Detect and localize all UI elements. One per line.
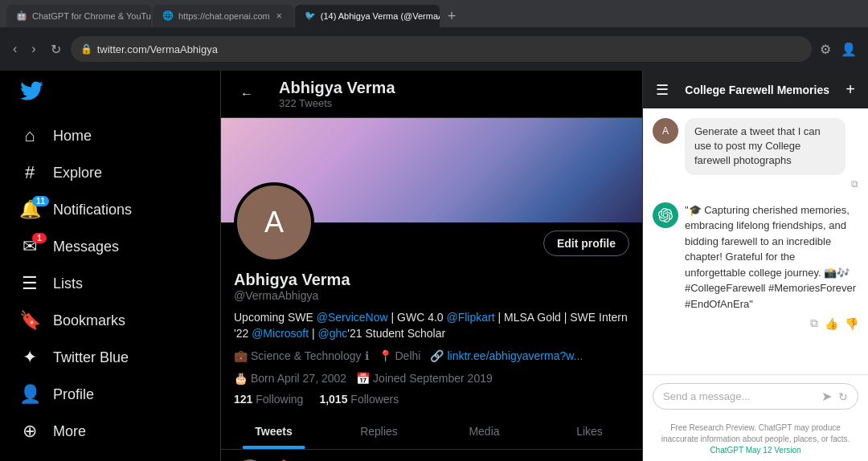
chatgpt-title: College Farewell Memories <box>677 84 837 96</box>
sidebar-item-more[interactable]: ⊕ More <box>10 413 211 450</box>
thumbs-down-button[interactable]: 👎 <box>845 316 858 330</box>
lists-icon: ☰ <box>19 273 40 294</box>
chat-user-message: A Generate a tweet that I can use to pos… <box>653 118 858 190</box>
back-button[interactable]: ‹ <box>8 39 22 59</box>
bio-link-flipkart[interactable]: @Flipkart <box>446 311 494 324</box>
tab-label-2: https://chat.openai.com <box>178 11 270 21</box>
sidebar-label-explore: Explore <box>53 165 102 182</box>
profile-avatar: A <box>234 182 314 263</box>
thumbs-up-button[interactable]: 👍 <box>825 316 838 330</box>
browser-tabs: 🤖 ChatGPT for Chrome & YouTu... × 🌐 http… <box>0 0 868 27</box>
sidebar-label-profile: Profile <box>53 386 94 403</box>
bio-link-ghc[interactable]: @ghc <box>318 327 348 340</box>
main-area: ⌂ Home # Explore 🔔 Notifications 11 ✉ Me… <box>0 71 868 461</box>
browser-chrome: 🤖 ChatGPT for Chrome & YouTu... × 🌐 http… <box>0 0 868 71</box>
sidebar-item-messages[interactable]: ✉ Messages 1 <box>10 228 211 265</box>
back-to-feed-button[interactable]: ← <box>234 81 260 107</box>
meta-born: 🎂 Born April 27, 2002 <box>234 372 346 385</box>
sidebar-label-notifications: Notifications <box>53 202 132 218</box>
bio-link-microsoft[interactable]: @Microsoft <box>252 327 309 340</box>
sidebar-item-explore[interactable]: # Explore <box>10 154 211 191</box>
tab-label-3: (14) Abhigya Verma (@VermaAb... <box>321 11 440 21</box>
copy-icon-user[interactable]: ⧉ <box>851 178 858 190</box>
profile-tabs: Tweets Replies Media Likes <box>221 414 642 450</box>
profile-bio: Upcoming SWE @ServiceNow | GWC 4.0 @Flip… <box>234 310 629 341</box>
sidebar-label-messages: Messages <box>53 239 119 255</box>
address-bar[interactable]: 🔒 twitter.com/VermaAbhigya <box>71 36 812 62</box>
tab-favicon-2: 🌐 <box>162 10 174 22</box>
category-icon: 💼 <box>234 349 248 362</box>
meta-website[interactable]: 🔗 linktr.ee/abhigyaverma?w... <box>430 349 583 362</box>
pinned-tweet: A 📌 Pinned Tweet Abhigya Verma · @VermaA… <box>221 450 642 461</box>
forward-button[interactable]: › <box>27 39 40 59</box>
chatgpt-refresh-button[interactable]: ↻ <box>838 390 848 403</box>
profile-icon: 👤 <box>19 384 40 405</box>
chatgpt-input-area: ➤ ↻ <box>643 374 868 418</box>
followers-stat[interactable]: 1,015 Followers <box>319 393 399 406</box>
chatgpt-ai-icon <box>653 202 678 228</box>
tab-media[interactable]: Media <box>432 414 537 449</box>
link-icon: 🔗 <box>430 349 444 362</box>
profile-meta: 💼 Science & Technology ℹ 📍 Delhi 🔗 linkt… <box>234 349 629 385</box>
twitter-sidebar: ⌂ Home # Explore 🔔 Notifications 11 ✉ Me… <box>0 71 221 461</box>
sidebar-item-twitter-blue[interactable]: ✦ Twitter Blue <box>10 339 211 376</box>
chatgpt-menu-button[interactable]: ☰ <box>656 81 669 99</box>
meta-joined: 📅 Joined September 2019 <box>356 372 493 385</box>
bio-link-servicenow[interactable]: @ServiceNow <box>317 311 388 324</box>
extensions-button[interactable]: ⚙ <box>817 39 834 60</box>
sidebar-item-notifications[interactable]: 🔔 Notifications 11 <box>10 191 211 228</box>
sidebar-item-lists[interactable]: ☰ Lists <box>10 265 211 302</box>
profile-stats: 121 Following 1,015 Followers <box>234 393 629 406</box>
refresh-button[interactable]: ↻ <box>46 39 66 60</box>
tab-likes[interactable]: Likes <box>537 414 642 449</box>
profile-header-tweet-count: 322 Tweets <box>279 97 395 109</box>
copy-user-message: ⧉ <box>653 178 858 190</box>
messages-badge: 1 <box>32 233 47 243</box>
chatgpt-new-chat-button[interactable]: + <box>845 80 855 99</box>
chatgpt-messages: A Generate a tweet that I can use to pos… <box>643 108 868 374</box>
sidebar-label-more: More <box>53 423 86 440</box>
browser-actions: ⚙ 👤 <box>817 39 860 60</box>
tab-close-2[interactable]: × <box>275 9 284 23</box>
explore-icon: # <box>19 162 40 183</box>
birthday-icon: 🎂 <box>234 372 248 385</box>
meta-category: 💼 Science & Technology ℹ <box>234 349 369 362</box>
sidebar-label-bookmarks: Bookmarks <box>53 312 125 329</box>
twitter-profile-main: ← Abhigya Verma 322 Tweets A Edit profil… <box>221 71 643 461</box>
profile-display-name: Abhigya Verma <box>234 271 629 289</box>
user-message-text: Generate a tweet that I can use to post … <box>685 118 845 175</box>
sidebar-item-profile[interactable]: 👤 Profile <box>10 376 211 413</box>
browser-tab-3[interactable]: 🐦 (14) Abhigya Verma (@VermaAb... × <box>295 5 440 27</box>
chatgpt-header: ☰ College Farewell Memories + <box>643 71 868 108</box>
location-icon: 📍 <box>379 349 392 362</box>
profile-header-name: Abhigya Verma <box>279 79 395 97</box>
profile-avatar-row: A Edit profile <box>234 182 629 263</box>
twitter-blue-icon: ✦ <box>19 347 40 368</box>
sidebar-item-bookmarks[interactable]: 🔖 Bookmarks <box>10 302 211 339</box>
account-button[interactable]: 👤 <box>837 39 860 60</box>
profile-info-bar: A Edit profile Abhigya Verma @VermaAbhig… <box>221 182 642 406</box>
browser-bar: ‹ › ↻ 🔒 twitter.com/VermaAbhigya ⚙ 👤 <box>0 27 868 71</box>
chat-feedback-buttons: ⧉ 👍 👎 <box>653 316 858 330</box>
browser-tab-1[interactable]: 🤖 ChatGPT for Chrome & YouTu... × <box>6 5 151 27</box>
address-text: twitter.com/VermaAbhigya <box>97 43 218 55</box>
sidebar-item-home[interactable]: ⌂ Home <box>10 117 211 154</box>
copy-ai-response-button[interactable]: ⧉ <box>810 316 818 330</box>
ai-message-container: "🎓 Capturing cherished memories, embraci… <box>653 202 858 312</box>
following-stat[interactable]: 121 Following <box>234 393 303 406</box>
tab-replies[interactable]: Replies <box>326 414 432 449</box>
tab-tweets[interactable]: Tweets <box>221 414 326 449</box>
chat-ai-message: "🎓 Capturing cherished memories, embraci… <box>653 202 858 331</box>
chatgpt-footer: Free Research Preview. ChatGPT may produ… <box>643 418 868 461</box>
twitter-logo[interactable] <box>10 71 211 114</box>
chatgpt-send-button[interactable]: ➤ <box>821 389 832 404</box>
chatgpt-version-link[interactable]: ChatGPT May 12 Version <box>710 446 800 455</box>
sidebar-label-home: Home <box>53 128 92 145</box>
bookmarks-icon: 🔖 <box>19 310 40 331</box>
browser-tab-2[interactable]: 🌐 https://chat.openai.com × <box>153 5 293 27</box>
tab-favicon-1: 🤖 <box>16 10 27 22</box>
edit-profile-button[interactable]: Edit profile <box>543 230 629 256</box>
chatgpt-message-input[interactable] <box>663 390 815 402</box>
calendar-icon: 📅 <box>356 372 370 385</box>
new-tab-button[interactable]: + <box>441 5 463 27</box>
